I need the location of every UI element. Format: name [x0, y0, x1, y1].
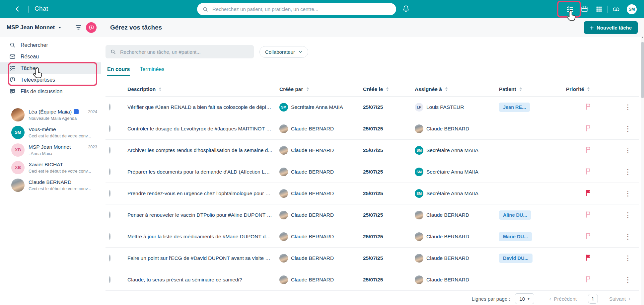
created-by-cell: Claude BERNARD — [276, 189, 359, 198]
row-menu-button[interactable]: ⋮ — [624, 211, 631, 218]
rows-per-page-select[interactable]: 10 ▾ — [515, 293, 534, 304]
scroll-up-arrow[interactable]: ▲ — [641, 36, 644, 39]
priority-flag-icon[interactable] — [585, 103, 592, 110]
avatar-photo — [279, 254, 288, 263]
conversation-body: MSP Jean Monnet 2023 : Anna Maiia — [29, 144, 97, 156]
task-description[interactable]: Contrôler le dosage du Levothyrox de #Ja… — [122, 126, 276, 132]
priority-flag-icon[interactable] — [585, 124, 592, 132]
task-checkbox[interactable] — [109, 211, 110, 218]
patient-chip[interactable]: Aline DU... — [499, 210, 531, 220]
task-checkbox[interactable] — [109, 255, 110, 262]
sort-icon — [158, 87, 162, 91]
priority-flag-icon[interactable] — [585, 275, 592, 283]
column-description[interactable]: Description — [122, 86, 276, 92]
conversation-vous-meme[interactable]: SM Vous-même Ceci est le début de votre … — [0, 123, 101, 141]
sidebar-item-label: Réseau — [21, 54, 39, 60]
task-checkbox[interactable] — [109, 104, 110, 111]
sidebar-item-reseau[interactable]: Réseau — [0, 51, 101, 62]
assigned-to-cell: Claude BERNARD — [412, 254, 495, 263]
priority-flag-urgent-icon[interactable] — [585, 254, 592, 261]
apps-grid-icon[interactable] — [596, 6, 603, 13]
person-name: Secrétaire Anna MAIIA — [291, 104, 343, 110]
person-name: Claude BERNARD — [291, 277, 334, 283]
patient-chip[interactable]: Marie DU... — [499, 232, 532, 241]
priority-flag-urgent-icon[interactable] — [585, 189, 592, 196]
task-checkbox[interactable] — [109, 125, 110, 132]
column-patient[interactable]: Patient — [495, 86, 563, 92]
global-search[interactable] — [197, 3, 396, 15]
notifications-bell-icon[interactable] — [402, 5, 410, 14]
next-page-button[interactable]: Suivant › — [609, 296, 630, 302]
row-menu-button[interactable]: ⋮ — [624, 233, 631, 240]
calendar-icon[interactable] — [581, 5, 588, 13]
conversation-msp-jean-monnet[interactable]: XB MSP Jean Monnet 2023 : Anna Maiia — [0, 141, 101, 159]
tab-terminees[interactable]: Terminées — [140, 66, 164, 76]
row-menu-button[interactable]: ⋮ — [624, 147, 631, 154]
current-page-indicator[interactable]: 1 — [588, 294, 598, 304]
task-description[interactable]: Claude, tu seras présent au séminaire ce… — [122, 277, 276, 283]
tasks-icon — [9, 65, 16, 71]
previous-page-button[interactable]: ‹ Précédent — [549, 296, 577, 302]
global-search-input[interactable] — [212, 6, 391, 12]
priority-flag-icon[interactable] — [585, 232, 592, 240]
task-checkbox[interactable] — [109, 147, 110, 154]
column-label: Créée le — [363, 86, 383, 92]
sidebar-item-rechercher[interactable]: Rechercher — [0, 39, 101, 51]
scrollbar-thumb[interactable] — [641, 42, 644, 98]
column-created-on[interactable]: Créée le — [359, 86, 412, 92]
column-priority[interactable]: Priorité — [563, 86, 610, 92]
conversation-name: MSP Jean Monnet — [29, 144, 71, 150]
sidebar-item-fils-de-discussion[interactable]: Fils de discussion — [0, 86, 101, 97]
collaborator-filter[interactable]: Collaborateur — [259, 46, 308, 58]
sidebar-item-taches[interactable]: Tâches — [0, 62, 101, 74]
patient-chip[interactable]: Jean RE... — [499, 103, 530, 112]
task-checkbox[interactable] — [109, 190, 110, 197]
filter-conversations-icon[interactable] — [75, 24, 82, 32]
row-menu-button[interactable]: ⋮ — [624, 190, 631, 197]
row-menu-button[interactable]: ⋮ — [624, 104, 631, 111]
task-description[interactable]: Faire un point sur l'ECG de #David DUPON… — [122, 255, 276, 261]
priority-flag-icon[interactable] — [585, 168, 592, 175]
scrollbar-track[interactable]: ▲ — [641, 19, 644, 305]
column-assigned-to[interactable]: Assignée à — [412, 86, 495, 92]
task-search-input[interactable] — [119, 49, 249, 55]
row-menu-button[interactable]: ⋮ — [624, 168, 631, 175]
task-description[interactable]: Vérifier que #Jean RENALD a bien fait sa… — [122, 104, 276, 110]
patient-chip[interactable]: David DU... — [499, 254, 533, 263]
task-description[interactable]: Mettre à jour la liste des médicaments d… — [122, 234, 276, 240]
task-checkbox[interactable] — [109, 168, 110, 175]
row-menu-button[interactable]: ⋮ — [624, 276, 631, 283]
task-checkbox[interactable] — [109, 276, 110, 283]
user-avatar[interactable]: SM — [627, 4, 637, 14]
chevron-down-icon — [298, 50, 303, 54]
row-menu-button[interactable]: ⋮ — [624, 255, 631, 262]
avatar-initials: SM — [279, 103, 288, 112]
conversation-lea[interactable]: Léa (Équipe Maiia) 2024 Nouveauté Maiia … — [0, 106, 101, 123]
maiia-logo-icon[interactable] — [612, 5, 620, 14]
task-checkbox[interactable] — [109, 233, 110, 240]
task-search[interactable] — [106, 45, 254, 58]
created-by-cell: Claude BERNARD — [276, 146, 359, 155]
chevron-right-icon: › — [628, 296, 630, 302]
tasks-icon[interactable] — [566, 5, 574, 13]
task-description[interactable]: Prendre rendez-vous en urgence chez l'op… — [122, 191, 276, 196]
next-label: Suivant — [609, 296, 626, 302]
new-task-button[interactable]: + Nouvelle tâche — [584, 21, 638, 34]
conversation-claude-bernard[interactable]: Claude BERNARD Ceci est le début de votr… — [0, 176, 101, 194]
conversation-xavier-bichat[interactable]: XB Xavier BICHAT Ceci est le début de vo… — [0, 159, 101, 176]
sidebar-item-teleexpertises[interactable]: ? Téléexpertises — [0, 74, 101, 86]
person-name: Secrétaire Anna MAIIA — [426, 191, 478, 196]
task-description[interactable]: Penser à renouveler le vaccin DTPolio po… — [122, 212, 276, 218]
sidebar-item-label: Téléexpertises — [21, 77, 55, 83]
task-description[interactable]: Archiver les comptes rendus d'hospitalis… — [122, 147, 276, 153]
priority-flag-icon[interactable] — [585, 146, 592, 153]
conversation-preview: : Anna Maiia — [29, 151, 97, 156]
new-conversation-button[interactable] — [86, 22, 97, 33]
column-created-by[interactable]: Créée par — [276, 86, 359, 92]
tab-en-cours[interactable]: En cours — [107, 66, 130, 76]
task-description[interactable]: Préparer les documents pour la demande d… — [122, 169, 276, 175]
priority-flag-icon[interactable] — [585, 211, 592, 218]
row-menu-button[interactable]: ⋮ — [624, 125, 631, 132]
back-button[interactable] — [14, 5, 21, 14]
org-selector[interactable]: MSP Jean Monnet — [7, 18, 62, 37]
